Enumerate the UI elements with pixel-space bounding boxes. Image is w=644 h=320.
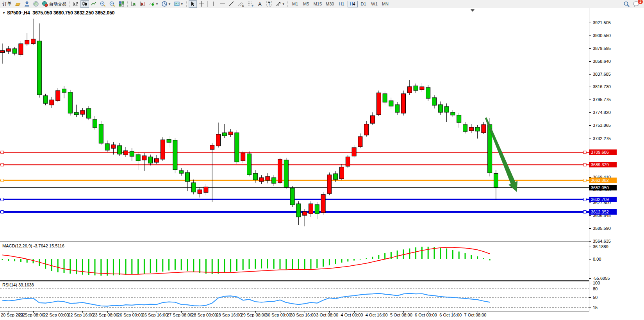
timeframe-button-M1[interactable]: M1	[290, 1, 300, 7]
price-tick-label: 3774.820	[593, 110, 611, 115]
main-price-panel[interactable]	[0, 8, 589, 241]
bar-chart-type-button[interactable]	[71, 0, 80, 8]
search-button[interactable]	[622, 0, 631, 8]
macd-histogram-bar	[323, 259, 324, 267]
macd-values: -3.7642 15.5116	[33, 244, 64, 248]
periods-button[interactable]: ▼	[160, 0, 172, 8]
templates-button[interactable]: ▼	[173, 0, 185, 8]
crosshair-tool-button[interactable]	[197, 0, 206, 8]
rsi-panel[interactable]	[0, 281, 589, 311]
time-label: 29 Sep 08:00	[241, 313, 266, 317]
macd-histogram-bar	[187, 259, 188, 271]
zoom-out-button[interactable]	[108, 0, 117, 8]
rsi-line	[2, 293, 490, 306]
timeframe-button-H4[interactable]: H4	[348, 1, 358, 7]
candle-body	[118, 146, 122, 154]
fibonacci-tool[interactable]: F	[246, 0, 255, 8]
chevron-down-icon: ▼	[168, 2, 171, 6]
line-anchor-right-3663.882[interactable]	[583, 179, 586, 182]
chart-shift-marker-icon[interactable]	[471, 9, 475, 12]
tile-windows-button[interactable]	[117, 0, 126, 8]
vertical-line-tool[interactable]	[210, 0, 218, 8]
candle-body	[309, 204, 313, 214]
toolbar: 订单 自动交易	[0, 0, 644, 8]
candle-body	[179, 171, 184, 173]
candlestick-chart-type-button[interactable]	[80, 0, 89, 8]
price-badge-3612.352: 3612.352	[589, 209, 617, 215]
timeframe-button-D1[interactable]: D1	[359, 1, 369, 7]
arrows-tool[interactable]: ▼	[274, 0, 286, 8]
line-anchor-right-3632.709[interactable]	[583, 198, 586, 201]
trendline-tool[interactable]	[227, 0, 236, 8]
candle-body	[383, 94, 387, 102]
time-label: 7 Oct 08:00	[464, 313, 487, 317]
timeframe-button-W1[interactable]: W1	[369, 1, 380, 7]
chart-window[interactable]: ▼SP500-,H4 3675.050 3680.750 3632.250 36…	[0, 8, 644, 320]
auto-scroll-button[interactable]	[130, 0, 138, 8]
line-anchor-right-3612.352[interactable]	[583, 210, 586, 213]
timeframe-button-M30[interactable]: M30	[324, 1, 335, 7]
rsi-axis-label: 100	[593, 280, 600, 286]
candle-body	[290, 188, 294, 205]
text-label-icon: T	[266, 1, 273, 7]
price-tick-label: 3564.635	[593, 238, 611, 244]
new-order-button[interactable]: 订单	[1, 0, 13, 8]
collapse-triangle-icon[interactable]: ▼	[2, 11, 5, 15]
macd-panel[interactable]	[0, 242, 589, 280]
signal-icon[interactable]	[32, 0, 40, 8]
line-anchor-left-3663.882[interactable]	[1, 179, 4, 182]
line-anchor-left-3689.329[interactable]	[1, 164, 4, 166]
horizontal-line-tool[interactable]	[218, 0, 227, 8]
text-label-tool[interactable]: T	[264, 0, 274, 8]
price-tick-label: 3816.730	[593, 84, 611, 89]
zoom-in-button[interactable]	[98, 0, 107, 8]
line-chart-type-button[interactable]	[89, 0, 98, 8]
line-anchor-right-3709.686[interactable]	[583, 151, 586, 154]
time-label: 4 Oct 16:00	[366, 313, 388, 317]
profile-icon[interactable]	[23, 0, 31, 8]
macd-axis-label: 0.00	[593, 256, 601, 262]
timeframe-button-MN[interactable]: MN	[380, 1, 391, 7]
price-tick	[589, 203, 591, 203]
line-anchor-left-3709.686[interactable]	[1, 151, 4, 154]
equidistant-channel-tool[interactable]: E	[236, 0, 246, 8]
macd-histogram-bar	[243, 259, 244, 270]
auto-trading-button[interactable]: 自动交易	[41, 0, 68, 8]
candle-body	[296, 204, 301, 217]
line-anchor-left-3632.709[interactable]	[1, 198, 4, 201]
candle-body	[191, 183, 196, 192]
auto-trading-icon	[42, 1, 48, 7]
text-tool[interactable]: A	[256, 0, 264, 8]
timeframe-button-M5[interactable]: M5	[301, 1, 311, 7]
cursor-tool-button[interactable]	[189, 0, 197, 8]
line-anchor-left-3612.352[interactable]	[1, 210, 4, 213]
indicators-button[interactable]: ▼	[148, 0, 160, 8]
chart-shift-button[interactable]	[139, 0, 147, 8]
candle-body	[266, 176, 270, 180]
macd-histogram-bar	[458, 252, 460, 259]
macd-histogram-bar	[8, 259, 9, 261]
macd-histogram-bar	[113, 259, 114, 276]
radio-signal-icon	[33, 1, 39, 7]
macd-histogram-bar	[316, 259, 318, 268]
macd-histogram-bar	[292, 259, 293, 270]
chart-ohlc-values: 3675.050 3680.750 3632.250 3652.050	[32, 10, 114, 16]
candle-body	[136, 155, 140, 161]
macd-histogram-bar	[51, 259, 52, 271]
candle-body	[204, 187, 208, 192]
search-icon	[623, 1, 630, 7]
timeframe-button-M15[interactable]: M15	[312, 1, 323, 7]
time-label: 28 Sep 16:00	[216, 313, 241, 317]
price-axis[interactable]: 3921.5053900.5503879.5953858.6403837.685…	[589, 8, 644, 320]
timeframe-button-H1[interactable]: H1	[337, 1, 347, 7]
gold-orders-icon[interactable]	[14, 0, 22, 8]
candle-body	[87, 108, 91, 118]
time-label: 22 Sep 00:00	[43, 313, 69, 317]
macd-histogram-bar	[76, 259, 77, 274]
line-anchor-right-3689.329[interactable]	[583, 164, 586, 166]
price-tick-label: 3879.595	[593, 46, 611, 51]
line-chart-icon	[91, 1, 97, 7]
macd-histogram-bar	[14, 259, 15, 261]
notifications-button[interactable]: 1	[632, 0, 641, 8]
macd-histogram-bar	[181, 259, 182, 270]
